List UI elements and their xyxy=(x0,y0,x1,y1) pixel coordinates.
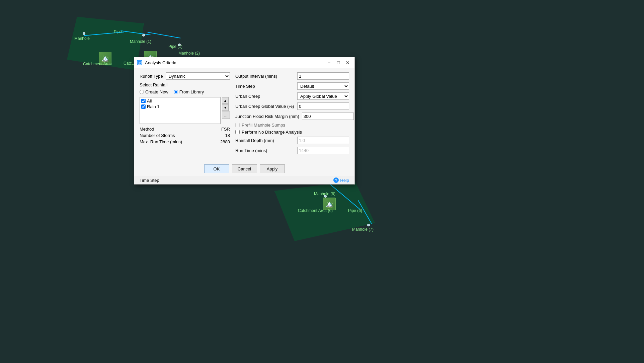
runoff-type-select[interactable]: Dynamic Static Rational xyxy=(166,72,230,80)
urban-creep-select[interactable]: Apply Global Value None Custom xyxy=(297,92,349,100)
number-of-storms-value: 18 xyxy=(225,133,230,138)
no-discharge-row: Perform No Discharge Analysis xyxy=(235,130,349,135)
junction-flood-row: Junction Flood Risk Margin (mm) xyxy=(235,113,349,120)
rainfall-item-all[interactable]: All xyxy=(141,98,220,104)
rainfall-source-group: Create New From Library xyxy=(140,89,230,94)
rainfall-list-container: All Rain 1 ▲ ▼ ... xyxy=(140,97,230,124)
rainfall-list[interactable]: All Rain 1 xyxy=(140,97,221,124)
cancel-button[interactable]: Cancel xyxy=(232,164,257,173)
no-discharge-label: Perform No Discharge Analysis xyxy=(242,130,302,135)
label-manhole-6: Manhole (6) xyxy=(314,192,335,196)
urban-creep-global-row: Urban Creep Global Value (%) xyxy=(235,102,349,110)
run-time-row: Run Time (mins) xyxy=(235,147,349,154)
label-catchment-6: Catchment Area (6) xyxy=(298,208,333,213)
label-manhole-7: Manhole (7) xyxy=(352,227,374,232)
rainfall-item-rain1[interactable]: Rain 1 xyxy=(141,104,220,110)
runoff-type-row: Runoff Type Dynamic Static Rational xyxy=(140,72,230,80)
max-run-time-value: 2880 xyxy=(220,139,230,144)
analysis-criteria-dialog: Analysis Criteria − □ ✕ Runoff Type Dyna… xyxy=(134,57,355,185)
run-time-input[interactable] xyxy=(297,147,349,154)
urban-creep-row: Urban Creep Apply Global Value None Cust… xyxy=(235,92,349,100)
urban-creep-global-input[interactable] xyxy=(297,102,349,110)
rainfall-checkbox-rain1[interactable] xyxy=(141,104,146,109)
label-catc: Catc... xyxy=(124,61,135,66)
rainfall-depth-input[interactable] xyxy=(297,137,349,144)
label-pipe-6: Pipe (6) xyxy=(348,208,362,213)
number-of-storms-row: Number of Storms 18 xyxy=(140,133,230,138)
left-column: Runoff Type Dynamic Static Rational Sele… xyxy=(140,72,230,157)
rainfall-label-all: All xyxy=(147,98,152,103)
create-new-radio-input[interactable] xyxy=(140,90,144,94)
output-interval-input[interactable] xyxy=(297,72,349,80)
select-rainfall-label: Select Rainfall xyxy=(140,82,230,87)
method-value: FSR xyxy=(221,127,230,132)
node-manhole-2 xyxy=(142,34,145,37)
prefill-manhole-checkbox[interactable] xyxy=(235,123,240,127)
max-run-time-label: Max. Run Time (mins) xyxy=(140,139,182,144)
help-icon: ? xyxy=(333,177,339,183)
method-row: Method FSR xyxy=(140,127,230,132)
label-pipe: Pipe xyxy=(114,29,122,34)
browse-button[interactable]: ... xyxy=(222,112,230,119)
rainfall-label-rain1: Rain 1 xyxy=(147,104,160,109)
status-text: Time Step xyxy=(140,178,159,183)
junction-flood-label: Junction Flood Risk Margin (mm) xyxy=(235,114,299,119)
scroll-up-button[interactable]: ▲ xyxy=(222,97,229,104)
status-bar: Time Step ? Help xyxy=(134,176,354,184)
maximize-button[interactable]: □ xyxy=(334,59,342,66)
create-new-label: Create New xyxy=(145,89,168,94)
close-button[interactable]: ✕ xyxy=(344,59,352,66)
dialog-title: Analysis Criteria xyxy=(145,60,322,65)
node-manhole-5 xyxy=(367,224,370,226)
no-discharge-checkbox[interactable] xyxy=(235,130,240,134)
output-interval-label: Output Interval (mins) xyxy=(235,74,295,79)
junction-flood-input[interactable] xyxy=(302,113,354,120)
urban-creep-global-label: Urban Creep Global Value (%) xyxy=(235,104,295,109)
list-controls: ▲ ▼ ... xyxy=(222,97,230,124)
help-link[interactable]: ? Help xyxy=(333,177,349,183)
runoff-type-label: Runoff Type xyxy=(140,74,163,79)
time-step-label: Time Step xyxy=(235,84,295,89)
from-library-radio[interactable]: From Library xyxy=(174,89,204,94)
apply-button[interactable]: Apply xyxy=(260,164,285,173)
title-bar: Analysis Criteria − □ ✕ xyxy=(134,57,354,68)
time-step-row: Time Step Default Automatic Manual xyxy=(235,82,349,90)
label-manhole: Manhole xyxy=(74,36,90,41)
from-library-label: From Library xyxy=(179,89,204,94)
rainfall-depth-label: Rainfall Depth (mm) xyxy=(235,138,295,143)
help-label: Help xyxy=(340,178,349,183)
output-interval-row: Output Interval (mins) xyxy=(235,72,349,80)
label-manhole-2: Manhole (2) xyxy=(178,51,200,56)
right-column: Output Interval (mins) Time Step Default… xyxy=(235,72,349,157)
from-library-radio-input[interactable] xyxy=(174,90,178,94)
ok-button[interactable]: OK xyxy=(204,164,229,173)
create-new-radio[interactable]: Create New xyxy=(140,89,168,94)
label-manhole-1: Manhole (1) xyxy=(130,39,151,44)
rainfall-checkbox-all[interactable] xyxy=(141,99,146,103)
pipe-line-3 xyxy=(148,32,181,38)
max-run-time-row: Max. Run Time (mins) 2880 xyxy=(140,139,230,144)
prefill-manhole-label: Prefill Manhole Sumps xyxy=(242,123,285,128)
scroll-down-button[interactable]: ▼ xyxy=(222,104,229,111)
method-label: Method xyxy=(140,127,154,132)
number-of-storms-label: Number of Storms xyxy=(140,133,175,138)
dialog-icon xyxy=(137,60,142,65)
urban-creep-label: Urban Creep xyxy=(235,94,295,99)
minimize-button[interactable]: − xyxy=(325,59,333,66)
prefill-manhole-row: Prefill Manhole Sumps xyxy=(235,123,349,128)
time-step-select[interactable]: Default Automatic Manual xyxy=(297,82,349,90)
button-row: OK Cancel Apply xyxy=(134,161,354,176)
rainfall-depth-row: Rainfall Depth (mm) xyxy=(235,137,349,144)
scroll-buttons: ▲ ▼ xyxy=(222,97,230,111)
label-catchment-area: Catchment Area xyxy=(83,62,112,66)
run-time-label: Run Time (mins) xyxy=(235,148,295,153)
node-manhole-1 xyxy=(83,32,85,35)
window-controls: − □ ✕ xyxy=(325,59,352,66)
dialog-content: Runoff Type Dynamic Static Rational Sele… xyxy=(134,68,354,161)
label-pipe-1: Pipe (1) xyxy=(168,44,182,49)
